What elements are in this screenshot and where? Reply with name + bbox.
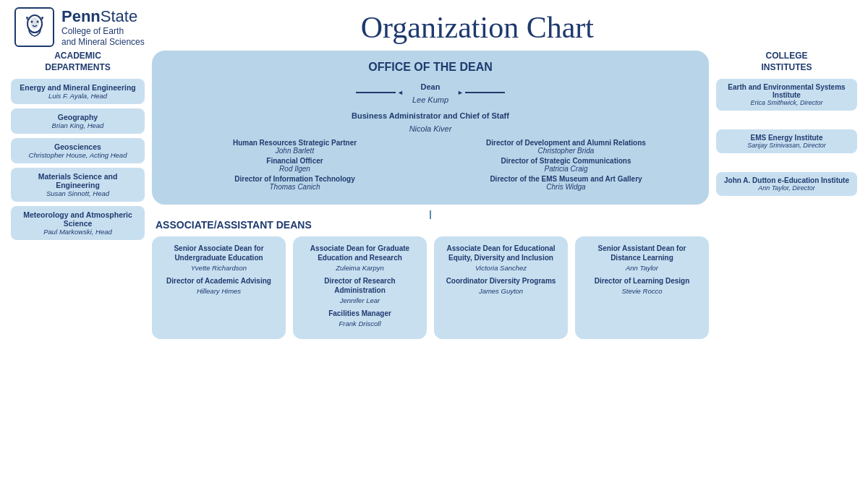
dept-name: Geography <box>18 113 137 121</box>
dept-name: Materials Science and Engineering <box>18 172 137 189</box>
institute-item: EMS Energy InstituteSanjay Srinivasan, D… <box>716 129 857 153</box>
assoc-role: Director of Research Administration <box>300 276 420 295</box>
assoc-box: Associate Dean for Graduate Education an… <box>293 236 427 339</box>
museum-role: Director of the EMS Museum and Art Galle… <box>438 175 694 183</box>
institute-list: Earth and Environmental Systems Institut… <box>716 79 857 215</box>
inst-director: Erica Smithwick, Director <box>723 99 850 106</box>
assoc-section: ASSOCIATE/ASSISTANT DEANS Senior Associa… <box>152 219 709 339</box>
dean-office-title: OFFICE OF THE DEAN <box>166 61 694 74</box>
hr-entry: Human Resources Strategic Partner John B… <box>166 139 423 155</box>
financial-role: Financial Officer <box>166 157 423 165</box>
college-name-line2: and Mineral Sciences <box>61 37 145 47</box>
assoc-grid: Senior Associate Dean for Undergraduate … <box>152 236 709 339</box>
inst-name: Earth and Environmental Systems Institut… <box>723 83 850 99</box>
assoc-entry: Senior Assistant Dean for Distance Learn… <box>582 244 702 272</box>
dept-head: Christopher House, Acting Head <box>18 151 137 159</box>
department-item: Materials Science and EngineeringSusan S… <box>11 168 145 202</box>
institute-item: John A. Dutton e-Education InstituteAnn … <box>716 172 857 196</box>
assoc-role: Coordinator Diversity Programs <box>441 276 561 286</box>
assoc-person: Zuleima Karpyn <box>300 264 420 272</box>
assoc-person: Yvette Richardson <box>159 264 278 272</box>
dean-office-box: OFFICE OF THE DEAN ◄ Dean Lee Kump ► Bu <box>152 51 709 205</box>
financial-person: Rod Ilgen <box>166 165 423 173</box>
inst-director: Sanjay Srinivasan, Director <box>723 142 850 149</box>
university-name: PennState <box>61 7 145 26</box>
assoc-entry: Associate Dean for Graduate Education an… <box>300 244 420 272</box>
comms-person: Patricia Craig <box>438 165 694 173</box>
svg-point-1 <box>30 17 39 29</box>
dept-name: Geosciences <box>18 142 137 151</box>
assoc-entry: Facilities Manager Frank Driscoll <box>300 309 420 328</box>
institute-item: Earth and Environmental Systems Institut… <box>716 79 857 111</box>
dean-role: Dean <box>421 82 441 91</box>
logo: PennState College of Earth and Mineral S… <box>14 7 145 47</box>
logo-text: PennState College of Earth and Mineral S… <box>61 7 145 47</box>
dept-head: Paul Markowski, Head <box>18 228 137 236</box>
dean-right-roles: Director of Development and Alumni Relat… <box>438 139 694 193</box>
assoc-box: Senior Associate Dean for Undergraduate … <box>152 236 286 339</box>
comms-entry: Director of Strategic Communications Pat… <box>438 157 694 173</box>
department-list: Energy and Mineral EngineeringLuis F. Ay… <box>11 79 145 240</box>
museum-entry: Director of the EMS Museum and Art Galle… <box>438 175 694 191</box>
dev-person: Christopher Brida <box>438 147 694 155</box>
inst-director: Ann Taylor, Director <box>723 184 850 192</box>
inst-name: John A. Dutton e-Education Institute <box>723 176 850 184</box>
lion-icon <box>14 7 54 47</box>
assoc-role: Facilities Manager <box>300 309 420 318</box>
admin-role: Business Administrator and Chief of Staf… <box>352 111 509 120</box>
page-title: Organization Chart <box>145 10 854 45</box>
assoc-person: Hilleary Himes <box>159 287 278 295</box>
vertical-connector-top <box>152 210 709 219</box>
department-item: Meteorology and Atmospheric SciencePaul … <box>11 206 145 240</box>
museum-person: Chris Widga <box>438 183 694 191</box>
department-item: Energy and Mineral EngineeringLuis F. Ay… <box>11 79 145 104</box>
assoc-role: Senior Associate Dean for Undergraduate … <box>159 244 278 262</box>
department-item: GeographyBrian King, Head <box>11 108 145 134</box>
assoc-person: Stevie Rocco <box>582 287 702 295</box>
it-person: Thomas Canich <box>166 183 423 191</box>
dept-head: Susan Sinnott, Head <box>18 189 137 197</box>
assoc-entry: Director of Research Administration Jenn… <box>300 276 420 304</box>
assoc-entry: Director of Learning Design Stevie Rocco <box>582 276 702 295</box>
it-entry: Director of Information Technology Thoma… <box>166 175 423 191</box>
assoc-person: Jennifer Lear <box>300 296 420 304</box>
assoc-role: Senior Assistant Dean for Distance Learn… <box>582 244 702 262</box>
assoc-title: ASSOCIATE/ASSISTANT DEANS <box>152 219 709 231</box>
college-name-line1: College of Earth <box>61 26 145 36</box>
department-item: GeosciencesChristopher House, Acting Hea… <box>11 138 145 163</box>
dept-name: Meteorology and Atmospheric Science <box>18 210 137 228</box>
dev-entry: Director of Development and Alumni Relat… <box>438 139 694 155</box>
dev-role: Director of Development and Alumni Relat… <box>438 139 694 147</box>
assoc-person: Frank Driscoll <box>300 320 420 328</box>
center-content: OFFICE OF THE DEAN ◄ Dean Lee Kump ► Bu <box>145 51 716 339</box>
inst-name: EMS Energy Institute <box>723 134 850 142</box>
assoc-person: Victoria Sanchez <box>441 264 561 272</box>
comms-role: Director of Strategic Communications <box>438 157 694 165</box>
assoc-box: Associate Dean for Educational Equity, D… <box>434 236 568 339</box>
financial-entry: Financial Officer Rod Ilgen <box>166 157 423 173</box>
assoc-role: Associate Dean for Graduate Education an… <box>300 244 420 262</box>
assoc-person: Ann Taylor <box>582 264 702 272</box>
dean-left-roles: Human Resources Strategic Partner John B… <box>166 139 423 193</box>
hr-person: John Barlett <box>166 147 423 155</box>
assoc-entry: Coordinator Diversity Programs James Guy… <box>441 276 561 295</box>
admin-name: Nicola Kiver <box>409 124 452 133</box>
dept-head: Luis F. Ayala, Head <box>18 92 137 100</box>
svg-point-3 <box>36 20 38 22</box>
it-role: Director of Information Technology <box>166 175 423 183</box>
assoc-entry: Director of Academic Advising Hilleary H… <box>159 276 278 295</box>
assoc-role: Director of Learning Design <box>582 276 702 286</box>
admin-row: Business Administrator and Chief of Staf… <box>166 108 694 134</box>
header: PennState College of Earth and Mineral S… <box>0 0 868 47</box>
svg-point-2 <box>30 20 33 22</box>
assoc-role: Director of Academic Advising <box>159 276 278 286</box>
dean-name: Lee Kump <box>412 95 448 104</box>
assoc-entry: Associate Dean for Educational Equity, D… <box>441 244 561 272</box>
assoc-person: James Guyton <box>441 287 561 295</box>
hr-role: Human Resources Strategic Partner <box>166 139 423 147</box>
dept-name: Energy and Mineral Engineering <box>18 83 137 92</box>
left-sidebar: ACADEMICDEPARTMENTS Energy and Mineral E… <box>11 51 145 339</box>
college-inst-title: COLLEGEINSTITUTES <box>716 51 857 73</box>
assoc-role: Associate Dean for Educational Equity, D… <box>441 244 561 262</box>
academic-dept-title: ACADEMICDEPARTMENTS <box>11 51 145 73</box>
